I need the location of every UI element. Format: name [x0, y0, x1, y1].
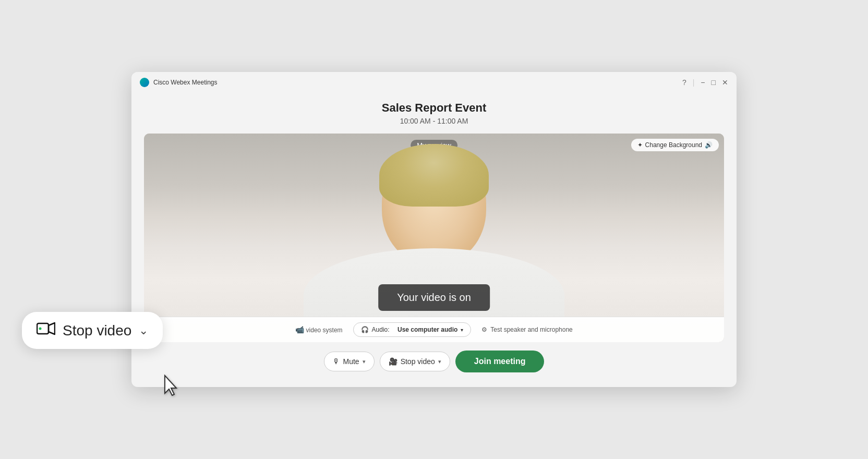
svg-marker-3: [165, 376, 176, 395]
audio-icon: 🔊: [705, 141, 713, 149]
test-speaker-button[interactable]: ⚙ Test speaker and microphone: [481, 326, 572, 333]
video-cam-icon: 🎥: [389, 357, 397, 366]
stop-video-chevron-icon: ▾: [438, 358, 441, 365]
event-title: Sales Report Event: [144, 101, 724, 115]
audio-prefix: Audio:: [372, 326, 390, 333]
svg-rect-0: [37, 323, 49, 334]
help-icon[interactable]: ?: [682, 79, 686, 86]
svg-marker-2: [49, 323, 55, 334]
video-preview: My preview ✦ Change Background 🔊 Your vi…: [144, 134, 724, 342]
join-meeting-button[interactable]: Join meeting: [455, 351, 545, 372]
tooltip-video-icon: [37, 321, 55, 340]
video-on-toast: Your video is on: [378, 284, 490, 311]
audio-option-label: Use computer audio: [397, 326, 457, 333]
settings-icon: ⚙: [481, 326, 487, 333]
event-time: 10:00 AM - 11:00 AM: [144, 117, 724, 125]
stop-video-tooltip: Stop video ⌄: [22, 312, 163, 349]
titlebar-left: Cisco Webex Meetings: [140, 78, 218, 87]
minimize-icon[interactable]: −: [701, 79, 705, 86]
close-icon[interactable]: ✕: [722, 79, 728, 86]
stop-video-button[interactable]: 🎥 Stop video ▾: [380, 352, 450, 371]
mic-icon: 🎙: [333, 357, 340, 366]
headphone-icon: 🎧: [361, 326, 369, 333]
tooltip-stop-video-label: Stop video: [63, 322, 131, 339]
audio-chevron-icon: ▾: [461, 327, 463, 333]
person-hair: [379, 144, 489, 207]
audio-button[interactable]: 🎧 Audio: Use computer audio ▾: [353, 322, 472, 337]
window-controls: ? | − □ ✕: [682, 79, 728, 86]
mute-button[interactable]: 🎙 Mute ▾: [324, 352, 375, 371]
app-title: Cisco Webex Meetings: [153, 79, 218, 86]
webex-logo-icon: [140, 78, 149, 87]
titlebar: Cisco Webex Meetings ? | − □ ✕: [131, 72, 737, 93]
main-content: Sales Report Event 10:00 AM - 11:00 AM M…: [131, 93, 737, 387]
change-background-button[interactable]: ✦ Change Background 🔊: [631, 139, 719, 151]
cursor: [163, 375, 179, 395]
connect-video-label: 📹 video system: [295, 325, 342, 334]
maximize-icon[interactable]: □: [712, 79, 716, 86]
preview-bottom-bar: 📹 video system 🎧 Audio: Use computer aud…: [144, 317, 724, 342]
change-bg-icon: ✦: [637, 141, 643, 149]
tooltip-chevron-icon: ⌄: [139, 324, 148, 337]
mute-chevron-icon: ▾: [363, 358, 366, 365]
svg-point-1: [39, 328, 42, 330]
bottom-controls: 🎙 Mute ▾ 🎥 Stop video ▾ Join meeting: [144, 351, 724, 372]
